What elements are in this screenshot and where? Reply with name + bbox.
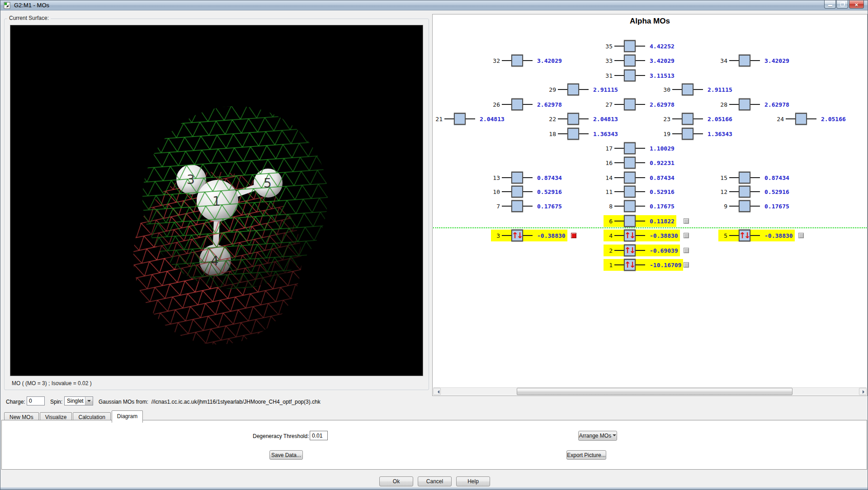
mo-level-7[interactable]: 70.17675	[491, 200, 564, 212]
arrange-mos-button[interactable]: Arrange MOs	[578, 431, 617, 441]
tab-diagram[interactable]: Diagram	[112, 410, 143, 423]
mo-level-18[interactable]: 181.36343	[547, 128, 620, 140]
mo-display-checkbox[interactable]	[684, 248, 689, 253]
mo-level-box[interactable]	[739, 99, 750, 110]
mo-level-box[interactable]: ↑↓	[624, 245, 636, 256]
mo-level-box[interactable]	[682, 128, 693, 140]
mo-level-box[interactable]	[739, 200, 750, 212]
mo-level-13[interactable]: 130.87434	[491, 172, 564, 184]
mo-level-32[interactable]: 323.42029	[491, 55, 564, 66]
mo-level-box[interactable]: ↑↓	[624, 230, 636, 241]
mo-level-5[interactable]: 5↑↓-0.38830	[718, 230, 795, 241]
mo-level-28[interactable]: 282.62978	[718, 99, 791, 110]
charge-input[interactable]	[27, 396, 45, 405]
mo-level-box[interactable]	[624, 186, 636, 198]
mo-level-26[interactable]: 262.62978	[491, 99, 564, 110]
mo-level-box[interactable]	[624, 142, 636, 154]
mo-level-box[interactable]	[624, 200, 636, 212]
mo-level-box[interactable]	[739, 172, 750, 184]
degeneracy-threshold-input[interactable]	[310, 431, 328, 440]
mo-level-30[interactable]: 302.91115	[661, 84, 734, 95]
level-line-right	[523, 235, 533, 236]
mo-level-1[interactable]: 1↑↓-10.16709	[604, 259, 683, 271]
mo-level-box[interactable]	[511, 172, 523, 184]
mo-level-23[interactable]: 232.05166	[661, 113, 734, 125]
mo-level-31[interactable]: 313.11513	[604, 70, 676, 81]
mo-display-checkbox[interactable]	[798, 233, 804, 238]
close-button[interactable]: ×	[849, 0, 864, 9]
mo-level-6[interactable]: 60.11822	[604, 215, 676, 227]
mo-level-27[interactable]: 272.62978	[604, 99, 676, 110]
scroll-right-arrow-icon[interactable]	[859, 388, 867, 395]
diagram-horizontal-scrollbar[interactable]	[433, 387, 867, 395]
mo-energy-value: 0.52916	[650, 188, 675, 195]
atom-label-3: 3	[187, 172, 195, 187]
minimize-button[interactable]	[824, 0, 836, 9]
scrollbar-thumb[interactable]	[517, 388, 793, 395]
mo-level-19[interactable]: 191.36343	[661, 128, 734, 140]
mo-level-9[interactable]: 90.17675	[718, 200, 791, 212]
mo-level-29[interactable]: 292.91115	[547, 84, 620, 95]
mo-energy-value: 2.05166	[821, 116, 846, 122]
mo-level-box[interactable]	[511, 99, 523, 110]
help-button[interactable]: Help	[456, 476, 490, 486]
mo-number: 29	[547, 86, 556, 93]
mo-level-box[interactable]: ↑↓	[624, 259, 636, 271]
mo-level-box[interactable]	[567, 113, 579, 125]
mo-number: 14	[604, 174, 613, 181]
mo-level-box[interactable]	[624, 55, 636, 66]
mo-level-box[interactable]	[511, 55, 523, 66]
mo-level-box[interactable]	[454, 113, 466, 125]
mo-level-box[interactable]	[511, 200, 523, 212]
mo-level-8[interactable]: 80.17675	[604, 200, 676, 212]
mo-level-box[interactable]: ↑↓	[511, 230, 523, 241]
level-line-right	[579, 133, 589, 134]
mo-level-box[interactable]	[567, 128, 579, 140]
title-bar[interactable]: G2:M1 - MOs ×	[0, 0, 868, 10]
mo-level-33[interactable]: 333.42029	[604, 55, 676, 66]
save-data-button[interactable]: Save Data...	[269, 450, 303, 460]
mo-display-checkbox[interactable]	[684, 233, 689, 238]
restore-button[interactable]	[836, 0, 848, 9]
mo-display-checkbox[interactable]	[684, 262, 689, 268]
mo-level-box[interactable]	[739, 186, 750, 198]
ok-button[interactable]: Ok	[379, 476, 413, 486]
mo-level-3[interactable]: 3↑↓-0.38830	[491, 230, 567, 241]
mo-level-17[interactable]: 171.10029	[604, 142, 676, 154]
mo-level-box[interactable]	[624, 40, 636, 52]
mo-level-box[interactable]	[567, 84, 579, 95]
mo-level-4[interactable]: 4↑↓-0.38830	[604, 230, 680, 241]
spin-dropdown-button[interactable]	[85, 397, 93, 405]
export-picture-button[interactable]: Export Picture...	[566, 450, 606, 460]
mo-level-box[interactable]: ↑↓	[739, 230, 750, 241]
mo-level-15[interactable]: 150.87434	[718, 172, 791, 184]
mo-level-box[interactable]	[624, 215, 636, 227]
mo-level-16[interactable]: 160.92231	[604, 157, 676, 169]
mo-level-box[interactable]	[682, 113, 693, 125]
mo-level-box[interactable]	[511, 186, 523, 198]
mo-level-12[interactable]: 120.52916	[718, 186, 791, 198]
mo-level-22[interactable]: 222.04813	[547, 113, 620, 125]
mo-level-35[interactable]: 354.42252	[604, 40, 676, 52]
mo-level-box[interactable]	[739, 55, 750, 66]
mo-level-box[interactable]	[624, 157, 636, 169]
mo-level-box[interactable]	[624, 99, 636, 110]
mo-level-10[interactable]: 100.52916	[491, 186, 564, 198]
mo-3d-viewport[interactable]: 3 1 5 4	[10, 25, 423, 376]
mo-level-24[interactable]: 242.05166	[775, 113, 848, 125]
mo-level-34[interactable]: 343.42029	[718, 55, 791, 66]
mo-level-14[interactable]: 140.87434	[604, 172, 676, 184]
mo-level-21[interactable]: 212.04813	[434, 113, 506, 125]
mo-display-checkbox-selected[interactable]	[571, 233, 576, 238]
mo-level-11[interactable]: 110.52916	[604, 186, 676, 198]
mo-display-checkbox[interactable]	[684, 218, 689, 224]
mo-level-2[interactable]: 2↑↓-0.69039	[604, 245, 680, 256]
mo-surface-render: 3 1 5 4	[10, 25, 423, 376]
mo-level-box[interactable]	[624, 70, 636, 81]
cancel-button[interactable]: Cancel	[418, 476, 452, 486]
mo-level-box[interactable]	[682, 84, 693, 95]
mo-level-box[interactable]	[795, 113, 807, 125]
spin-select[interactable]: Singlet	[64, 396, 93, 405]
mo-level-box[interactable]	[624, 172, 636, 184]
scroll-left-arrow-icon[interactable]	[433, 388, 441, 395]
